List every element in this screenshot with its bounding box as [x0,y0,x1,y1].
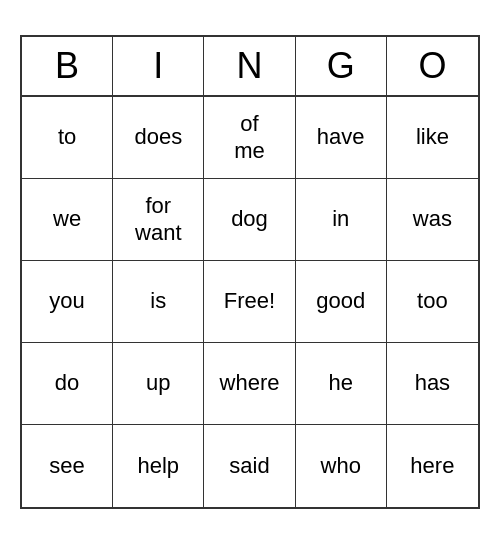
bingo-cell-7: dog [204,179,295,261]
header-letter-g: G [296,37,387,95]
bingo-cell-4: like [387,97,478,179]
bingo-cell-21: help [113,425,204,507]
header-letter-n: N [204,37,295,95]
header-letter-b: B [22,37,113,95]
bingo-cell-23: who [296,425,387,507]
bingo-cell-22: said [204,425,295,507]
header-letter-o: O [387,37,478,95]
bingo-cell-1: does [113,97,204,179]
bingo-cell-13: good [296,261,387,343]
bingo-card: BINGO todoesofmehavelikeweforwantdoginwa… [20,35,480,509]
bingo-header: BINGO [22,37,478,97]
bingo-cell-0: to [22,97,113,179]
bingo-cell-17: where [204,343,295,425]
bingo-cell-14: too [387,261,478,343]
bingo-cell-3: have [296,97,387,179]
bingo-cell-18: he [296,343,387,425]
header-letter-i: I [113,37,204,95]
bingo-cell-9: was [387,179,478,261]
bingo-cell-24: here [387,425,478,507]
bingo-cell-10: you [22,261,113,343]
bingo-cell-8: in [296,179,387,261]
bingo-cell-11: is [113,261,204,343]
bingo-cell-16: up [113,343,204,425]
bingo-cell-15: do [22,343,113,425]
bingo-cell-2: ofme [204,97,295,179]
bingo-cell-20: see [22,425,113,507]
bingo-cell-19: has [387,343,478,425]
bingo-grid: todoesofmehavelikeweforwantdoginwasyouis… [22,97,478,507]
bingo-cell-6: forwant [113,179,204,261]
bingo-cell-12: Free! [204,261,295,343]
bingo-cell-5: we [22,179,113,261]
